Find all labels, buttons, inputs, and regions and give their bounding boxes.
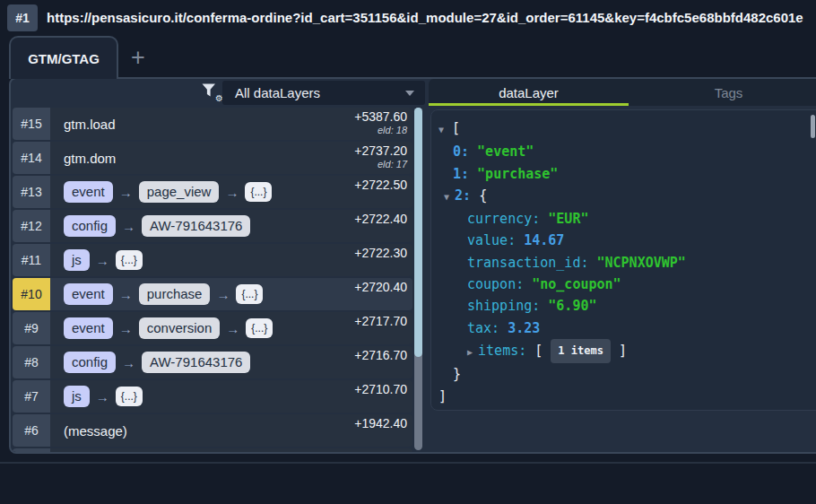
event-row[interactable]: #6(message)+1942.40: [13, 414, 412, 447]
json-string-value: "NCPNXOVWP": [597, 255, 686, 271]
event-timing: +2722.50: [354, 178, 407, 192]
json-line: ]: [437, 386, 816, 407]
event-timing: +1942.40: [354, 416, 407, 430]
event-timing: +2710.70: [354, 382, 407, 396]
json-punctuation: [: [444, 120, 460, 136]
event-time: +2720.40: [354, 280, 407, 294]
event-obj-badge: {...}: [236, 284, 263, 304]
event-row[interactable]: #13event→page_view→{...}+2722.50: [13, 176, 412, 208]
expand-triangle-icon[interactable]: ▼: [444, 192, 455, 202]
chevron-down-icon: [405, 91, 414, 96]
event-time: +2717.70: [354, 314, 407, 328]
json-string-value: "purchase": [477, 166, 558, 182]
event-row-content: config→AW-791643176: [50, 352, 250, 373]
event-value-badge: conversion: [139, 317, 221, 339]
event-number-badge: #10: [13, 278, 50, 310]
event-row[interactable]: #9event→conversion→{...}+2717.70: [13, 312, 412, 344]
json-line: ▶ items: [ 1 items ]: [437, 339, 816, 363]
event-time: +2722.50: [354, 178, 407, 192]
event-number-badge: #11: [13, 244, 50, 276]
tab-tags[interactable]: Tags: [629, 79, 816, 106]
event-value-badge: page_view: [139, 181, 220, 203]
event-row[interactable]: #11js→{...}+2722.30: [13, 244, 412, 276]
event-row-content: gtm.dom: [50, 151, 116, 166]
tab-gtm-gtag[interactable]: GTM/GTAG: [9, 36, 118, 79]
event-row[interactable]: #7js→{...}+2710.70: [13, 380, 412, 413]
active-tab-underline: [429, 103, 629, 106]
datalayer-filter-dropdown[interactable]: All dataLayers: [222, 81, 425, 105]
json-punctuation: ]: [611, 343, 627, 359]
expand-triangle-icon[interactable]: ▶: [467, 347, 478, 357]
event-number-badge: #9: [13, 312, 50, 344]
event-timing: +2720.40: [354, 280, 407, 294]
event-row-content: js→{...}: [50, 386, 143, 407]
event-value-badge: AW-791643176: [142, 215, 250, 237]
event-number-badge: [13, 448, 50, 452]
event-time: +5387.60: [354, 109, 407, 124]
event-row[interactable]: #10event→purchase→{...}+2720.40: [13, 278, 412, 310]
json-line: currency: "EUR": [437, 208, 816, 230]
event-number-badge: #12: [13, 210, 50, 242]
json-line: 0: "event": [437, 141, 816, 162]
list-scrollbar-thumb[interactable]: [414, 108, 422, 357]
event-row-content: gtm.load: [50, 117, 116, 132]
tab-gtm-gtag-label: GTM/GTAG: [28, 51, 100, 66]
json-number-value: 14.67: [524, 232, 564, 248]
arrow-right-icon: →: [225, 185, 239, 200]
event-name: gtm.dom: [64, 151, 116, 166]
json-string-value: "6.90": [548, 298, 596, 314]
event-obj-badge: {...}: [116, 387, 143, 406]
event-obj-badge: {...}: [116, 250, 143, 270]
arrow-right-icon: →: [96, 253, 109, 268]
event-row-content: event→purchase→{...}: [50, 283, 263, 305]
event-time: +2716.70: [354, 348, 407, 362]
json-key: currency:: [467, 211, 548, 227]
event-time: +2737.20: [354, 143, 407, 158]
plus-icon: +: [131, 44, 145, 72]
json-line: 1: "purchase": [437, 163, 816, 185]
event-number-badge: #6: [13, 414, 50, 447]
event-row-content: event→conversion→{...}: [50, 317, 273, 339]
arrow-right-icon: →: [122, 355, 135, 370]
event-obj-badge: {...}: [246, 318, 273, 338]
json-key: shipping:: [467, 298, 548, 314]
json-string-value: "no_coupon": [532, 276, 621, 292]
event-value-badge: purchase: [139, 283, 211, 305]
event-number-badge: #8: [13, 346, 50, 378]
event-time: +2710.70: [354, 382, 407, 396]
event-row[interactable]: #15gtm.load+5387.60eld: 18: [13, 108, 412, 140]
event-value-badge: AW-791643176: [142, 352, 250, 373]
event-row[interactable]: [13, 448, 412, 452]
event-key-badge: event: [64, 181, 113, 203]
json-punctuation: {: [479, 187, 487, 204]
event-key-badge: config: [64, 215, 116, 237]
event-key-badge: event: [64, 283, 113, 305]
json-key: transaction_id:: [467, 255, 597, 271]
event-key-badge: js: [64, 386, 90, 407]
json-line: ▼ [: [437, 117, 816, 141]
event-key-badge: config: [64, 352, 116, 373]
event-timing: +2722.30: [354, 246, 407, 260]
tab-datalayer[interactable]: dataLayer: [429, 79, 629, 106]
event-row[interactable]: #12config→AW-791643176+2722.40: [13, 210, 412, 242]
items-count-badge[interactable]: 1 items: [551, 339, 611, 363]
event-eld: eld: 17: [354, 159, 407, 169]
arrow-right-icon: →: [216, 287, 230, 302]
filter-settings-button[interactable]: ⚙: [202, 83, 221, 101]
json-line: ▼ 2: {: [437, 185, 816, 208]
json-viewer: ▼ [0: "event"1: "purchase"▼ 2: {currency…: [430, 109, 816, 411]
event-time: +2722.30: [354, 246, 407, 260]
event-row[interactable]: #14gtm.dom+2737.20eld: 17: [13, 142, 412, 174]
page-index-badge[interactable]: #1: [7, 4, 38, 31]
json-scrollbar-thumb[interactable]: [811, 115, 815, 138]
event-timing: +2737.20eld: 17: [354, 143, 407, 169]
event-timing: +2716.70: [354, 348, 407, 362]
json-line: tax: 3.23: [437, 317, 816, 339]
new-tab-button[interactable]: +: [124, 42, 152, 73]
event-row[interactable]: #8config→AW-791643176+2716.70: [13, 346, 412, 378]
json-line: transaction_id: "NCPNXOVWP": [437, 252, 816, 274]
event-number-badge: #15: [13, 108, 50, 140]
json-string-value: "EUR": [548, 211, 588, 227]
bottom-divider: [0, 462, 816, 464]
json-line: value: 14.67: [437, 230, 816, 251]
